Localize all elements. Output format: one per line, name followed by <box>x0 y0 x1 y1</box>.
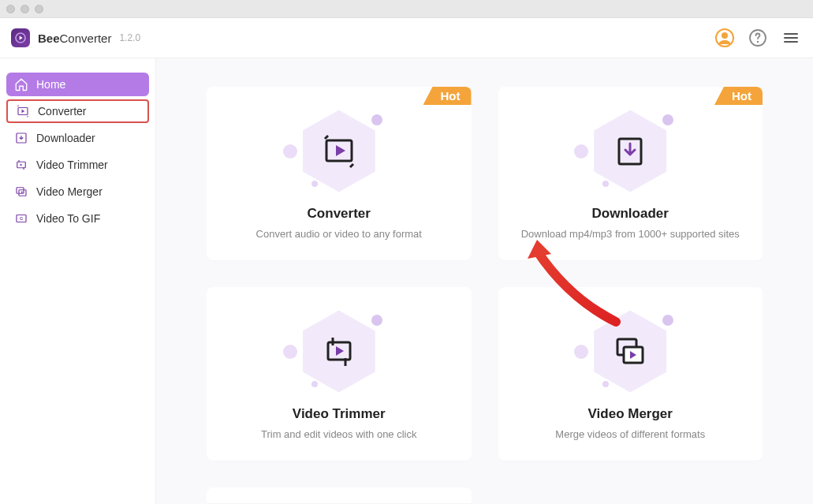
card-downloader[interactable]: Hot Downloader Download mp4/mp3 from 100… <box>498 87 763 260</box>
sidebar-item-label: Converter <box>38 105 86 118</box>
card-converter[interactable]: Hot Converter Convert audio or video to … <box>207 87 472 260</box>
hot-badge: Hot <box>714 87 763 105</box>
card-partial[interactable] <box>207 487 472 503</box>
card-title: Converter <box>308 206 371 222</box>
sidebar-item-label: Video To GIF <box>36 212 100 225</box>
sidebar-item-label: Downloader <box>36 132 95 144</box>
sidebar: Home Converter Downloader Video Trimmer … <box>0 58 156 504</box>
app-name-prefix: Bee <box>38 32 60 45</box>
close-window-icon[interactable] <box>6 5 15 13</box>
trimmer-icon <box>14 158 28 172</box>
hot-badge: Hot <box>423 87 472 105</box>
app-header: BeeConverter 1.2.0 <box>0 18 813 58</box>
card-desc: Download mp4/mp3 from 1000+ supported si… <box>505 228 755 240</box>
svg-rect-9 <box>19 190 26 196</box>
app-name-suffix: Converter <box>60 32 112 45</box>
card-desc: Convert audio or video to any format <box>241 228 438 240</box>
home-icon <box>14 77 28 91</box>
app-name: BeeConverter <box>38 32 111 45</box>
card-video-merger[interactable]: Video Merger Merge videos of different f… <box>498 287 763 461</box>
maximize-window-icon[interactable] <box>35 5 43 13</box>
main-area: Home Converter Downloader Video Trimmer … <box>0 58 813 504</box>
card-illustration <box>571 108 689 195</box>
app-version: 1.2.0 <box>119 32 140 43</box>
card-illustration <box>280 108 398 195</box>
svg-point-4 <box>757 41 759 43</box>
download-icon <box>14 131 28 145</box>
sidebar-item-downloader[interactable]: Downloader <box>6 126 149 150</box>
gif-icon: G <box>14 211 28 226</box>
card-title: Video Trimmer <box>293 406 386 422</box>
svg-point-2 <box>722 32 728 39</box>
card-desc: Merge videos of different formats <box>539 428 721 440</box>
sidebar-item-video-to-gif[interactable]: G Video To GIF <box>6 207 149 230</box>
merger-icon <box>14 185 28 199</box>
content-area: Hot Converter Convert audio or video to … <box>156 58 813 504</box>
card-title: Downloader <box>592 206 669 222</box>
sidebar-item-video-merger[interactable]: Video Merger <box>6 180 149 203</box>
sidebar-item-label: Home <box>36 78 65 91</box>
card-title: Video Merger <box>588 406 673 422</box>
card-desc: Trim and edit videos with one click <box>245 428 433 440</box>
sidebar-item-converter[interactable]: Converter <box>6 99 149 123</box>
menu-icon[interactable] <box>780 27 802 49</box>
window-titlebar <box>0 0 813 18</box>
card-illustration <box>280 308 398 395</box>
help-icon[interactable] <box>747 27 769 49</box>
sidebar-item-video-trimmer[interactable]: Video Trimmer <box>6 153 149 177</box>
sidebar-item-label: Video Merger <box>36 185 103 198</box>
account-icon[interactable] <box>714 27 736 49</box>
minimize-window-icon[interactable] <box>21 5 29 13</box>
app-logo-icon <box>11 28 30 47</box>
converter-icon <box>16 104 30 118</box>
sidebar-item-home[interactable]: Home <box>6 73 149 96</box>
sidebar-item-label: Video Trimmer <box>36 159 108 171</box>
svg-text:G: G <box>20 216 23 221</box>
card-video-trimmer[interactable]: Video Trimmer Trim and edit videos with … <box>207 287 472 461</box>
card-illustration <box>571 308 689 395</box>
